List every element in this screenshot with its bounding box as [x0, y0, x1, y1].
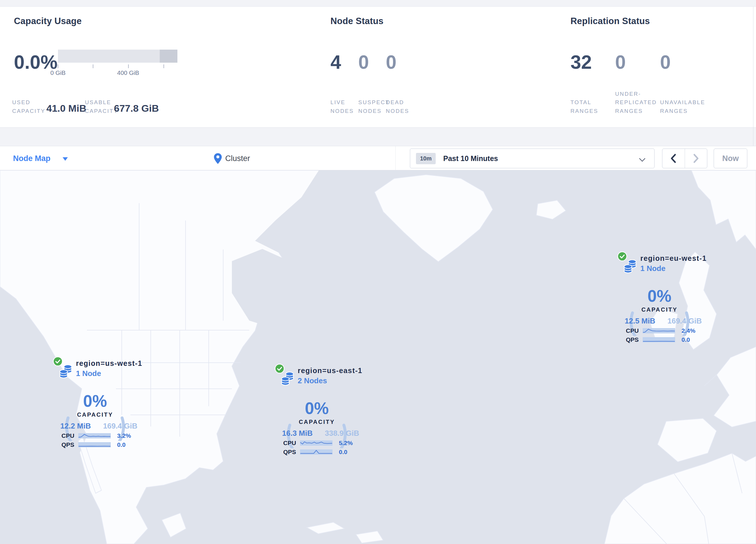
suspect-nodes-count: 0 [358, 52, 369, 72]
time-range-select[interactable]: 10m Past 10 Minutes [410, 148, 655, 168]
total-ranges-count: 32 [570, 52, 592, 72]
region-capacity-label: CAPACITY [288, 419, 346, 425]
used-capacity-label: USED CAPACITY [12, 98, 50, 115]
qps-label: QPS [283, 449, 300, 456]
time-next-button[interactable] [685, 149, 707, 168]
node-status-title: Node Status [330, 16, 384, 26]
under-replicated-ranges-label: UNDER-REPLICATED RANGES [615, 90, 659, 115]
chevron-right-icon [692, 153, 700, 164]
usable-capacity-value: 677.8 GiB [114, 103, 159, 114]
live-nodes-label: LIVE NODES [330, 98, 354, 115]
qps-value: 0.0 [117, 441, 126, 448]
total-ranges-label: TOTAL RANGES [570, 98, 602, 115]
replication-status-title: Replication Status [570, 16, 650, 26]
time-range-label: Past 10 Minutes [443, 154, 498, 163]
under-replicated-ranges-count: 0 [615, 52, 626, 72]
caret-down-icon [63, 157, 68, 161]
chevron-left-icon [670, 153, 677, 164]
time-pager [662, 148, 707, 168]
cpu-sparkline [300, 440, 332, 446]
toolbar-divider [395, 146, 396, 170]
map-pin-icon [214, 153, 222, 164]
region-capacity-percent: 0% [630, 288, 688, 304]
capacity-usage-percent: 0.0% [14, 52, 57, 72]
region-node-count: 1 Node [640, 264, 666, 273]
capacity-gauge-bar [58, 50, 177, 63]
qps-label: QPS [61, 441, 78, 448]
cpu-label: CPU [61, 432, 78, 439]
region-total-capacity: 169.4 GiB [103, 422, 137, 431]
qps-sparkline [78, 442, 111, 447]
qps-value: 0.0 [682, 336, 690, 343]
region-used-capacity: 16.3 MiB [282, 429, 313, 438]
qps-sparkline [643, 337, 675, 342]
capacity-gauge-nonusable-segment [160, 50, 177, 63]
cpu-label: CPU [626, 327, 643, 334]
breadcrumb[interactable]: Cluster [214, 146, 250, 170]
live-nodes-count: 4 [330, 52, 341, 72]
dead-nodes-label: DEAD NODES [386, 98, 409, 115]
time-prev-button[interactable] [662, 149, 685, 168]
dead-nodes-count: 0 [386, 52, 397, 72]
cpu-value: 3.2% [117, 432, 131, 439]
gauge-tick-label-0: 0 GiB [41, 69, 75, 76]
now-button[interactable]: Now [714, 148, 747, 168]
view-selector-dropdown[interactable]: Node Map [13, 146, 68, 170]
qps-sparkline [300, 449, 332, 455]
cpu-sparkline [78, 433, 111, 438]
map-toolbar: Node Map Cluster 10m Past 10 Minutes Now [0, 146, 756, 170]
node-map[interactable]: region=us-west-1 1 Node 0% CAPACITY 12.2… [0, 170, 756, 544]
region-capacity-percent: 0% [66, 393, 124, 409]
region-node-count: 1 Node [76, 369, 101, 378]
cpu-value: 5.2% [339, 440, 353, 447]
capacity-usage-title: Capacity Usage [14, 16, 82, 26]
region-node-count: 2 Nodes [298, 376, 327, 385]
time-range-badge: 10m [416, 153, 436, 164]
gauge-tick-label-400: 400 GiB [111, 69, 146, 76]
suspect-nodes-label: SUSPECT NODES [358, 98, 385, 115]
used-capacity-value: 41.0 MiB [46, 103, 86, 114]
chevron-down-icon [639, 155, 645, 162]
region-name: region=eu-west-1 [640, 254, 707, 262]
region-used-capacity: 12.2 MiB [60, 422, 91, 431]
region-marker-eu-west-1[interactable]: region=eu-west-1 1 Node 0% CAPACITY 12.5… [617, 251, 708, 348]
qps-value: 0.0 [339, 449, 347, 456]
cpu-sparkline [643, 328, 675, 333]
breadcrumb-label: Cluster [225, 154, 250, 163]
region-marker-us-east-1[interactable]: region=us-east-1 2 Nodes 0% CAPACITY 16.… [275, 364, 365, 460]
region-name: region=us-east-1 [298, 367, 362, 375]
region-marker-us-west-1[interactable]: region=us-west-1 1 Node 0% CAPACITY 12.2… [53, 356, 143, 453]
region-capacity-label: CAPACITY [630, 307, 688, 313]
region-total-capacity: 338.9 GiB [325, 429, 359, 438]
region-used-capacity: 12.5 MiB [625, 317, 655, 326]
region-name: region=us-west-1 [76, 359, 142, 368]
cpu-value: 2.4% [682, 327, 695, 334]
cpu-label: CPU [283, 440, 300, 447]
unavailable-ranges-label: UNAVAILABLE RANGES [660, 98, 706, 115]
region-capacity-percent: 0% [288, 400, 346, 417]
qps-label: QPS [626, 336, 643, 343]
cluster-summary-panel: Capacity Usage 0.0% 0 GiB 400 GiB USED C… [0, 6, 756, 128]
view-selector-label: Node Map [13, 154, 50, 163]
region-total-capacity: 169.4 GiB [667, 317, 702, 326]
region-capacity-label: CAPACITY [66, 411, 124, 418]
unavailable-ranges-count: 0 [660, 52, 671, 72]
